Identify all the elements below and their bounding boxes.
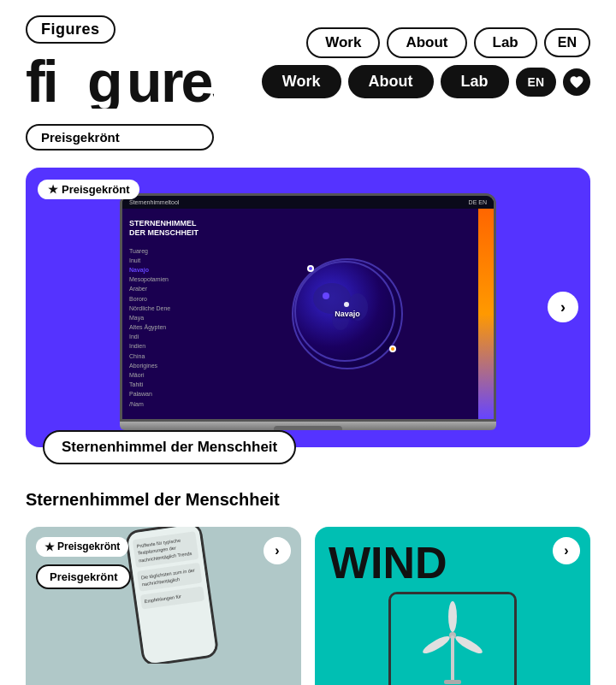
svg-text:res: res: [161, 49, 214, 109]
svg-point-12: [421, 633, 452, 656]
phone-screen: Prüftexte für typische Testplanungen der…: [127, 527, 217, 664]
screen-header-right: DE EN: [469, 199, 487, 205]
laptop-mockup: Sternenhimmeltool DE EN STERNENHIMMEL de…: [120, 193, 496, 430]
list-item[interactable]: Māori: [129, 370, 210, 380]
nav-top: Work About Lab EN: [306, 27, 590, 58]
list-item[interactable]: Maya: [129, 313, 210, 322]
list-item[interactable]: Aborigines: [129, 361, 210, 370]
svg-point-8: [323, 292, 329, 299]
svg-text:u: u: [127, 49, 160, 109]
list-item[interactable]: Mesopotamien: [129, 275, 210, 284]
small-card-right-next[interactable]: ›: [553, 537, 580, 564]
wind-image-area: Illustrated turbines work turbines most …: [329, 585, 577, 685]
nav-work-filled[interactable]: Work: [262, 65, 341, 98]
svg-rect-15: [444, 680, 461, 684]
laptop-screen-inner: STERNENHIMMEL der Menschheit Tuareg Inui…: [122, 209, 494, 419]
svg-point-10: [448, 601, 457, 632]
screen-globe-area: Navajo: [216, 209, 478, 419]
featured-next-btn[interactable]: ›: [548, 292, 578, 322]
featured-card: ★ Preisgekrönt › Sternenhimmeltool DE EN: [26, 168, 590, 447]
svg-text:g: g: [87, 49, 121, 109]
screen-header-left: Sternenhimmeltool: [129, 199, 179, 205]
screen-header-bar: Sternenhimmeltool DE EN: [122, 196, 494, 209]
list-item[interactable]: Nördliche Dene: [129, 304, 210, 313]
globe-label: Navajo: [335, 310, 360, 318]
small-card-left: ★ Preisgekrönt › Preisgekrönt Prüftexte …: [26, 527, 301, 685]
featured-tooltip: Sternenhimmel der Menschheit: [43, 430, 296, 464]
nav-work-ghost[interactable]: Work: [306, 27, 380, 58]
screen-sidebar-right: [478, 209, 494, 419]
globe-wrapper: Navajo: [292, 258, 403, 369]
preis-badge-header: Preisgekrönt: [26, 124, 214, 151]
laptop-screen: Sternenhimmeltool DE EN STERNENHIMMEL de…: [120, 193, 496, 422]
tablet-mockup: Illustrated turbines work turbines most …: [388, 592, 517, 685]
list-item[interactable]: Palawan: [129, 389, 210, 399]
wind-card-content: WIND: [315, 527, 590, 685]
nav-lang-filled[interactable]: EN: [516, 68, 556, 97]
list-item[interactable]: Tahiti: [129, 380, 210, 389]
heart-button[interactable]: [563, 68, 590, 96]
nav-lang-ghost[interactable]: EN: [544, 28, 590, 57]
list-item-active[interactable]: Navajo: [129, 265, 210, 275]
phone-text-1: Prüftexte für typische Testplanungen der…: [133, 531, 199, 568]
small-card-left-badge-label: Preisgekrönt: [57, 540, 120, 552]
heart-icon: [569, 74, 584, 90]
phone-mockup: Prüftexte für typische Testplanungen der…: [124, 527, 219, 664]
project-title: Sternenhimmel der Menschheit: [26, 490, 590, 510]
screen-list: Tuareg Inuit Navajo Mesopotamien Araber …: [129, 246, 210, 409]
nav-about-filled[interactable]: About: [348, 65, 434, 98]
nav-bottom: Work About Lab EN: [262, 65, 590, 98]
list-item[interactable]: Indien: [129, 341, 210, 351]
small-card-left-badge: ★ Preisgekrönt: [36, 537, 128, 557]
tablet-screen: Illustrated turbines work turbines most …: [391, 594, 514, 685]
star-icon: ★: [44, 540, 55, 553]
featured-card-wrapper: ★ Preisgekrönt › Sternenhimmeltool DE EN: [26, 168, 590, 447]
small-card-left-next[interactable]: ›: [264, 537, 291, 564]
nav-lab-filled[interactable]: Lab: [441, 65, 509, 98]
logo-main: fi g u res: [26, 49, 214, 115]
globe-dot-2: [389, 345, 396, 352]
screen-sidebar-left: STERNENHIMMEL der Menschheit Tuareg Inui…: [122, 209, 216, 419]
nav-about-ghost[interactable]: About: [387, 27, 466, 58]
featured-badge-label: Preisgekrönt: [62, 183, 129, 196]
list-item[interactable]: Bororo: [129, 294, 210, 304]
svg-text:fi: fi: [26, 49, 56, 109]
turbine-svg: [418, 601, 487, 685]
laptop-notch: [274, 426, 342, 430]
screen-title: STERNENHIMMEL der Menschheit: [129, 219, 210, 238]
main-content: ★ Preisgekrönt › Sternenhimmeltool DE EN: [0, 151, 616, 685]
list-item[interactable]: /Nam: [129, 399, 210, 409]
globe: Navajo: [292, 258, 403, 369]
laptop-container: Sternenhimmeltool DE EN STERNENHIMMEL de…: [26, 168, 590, 447]
logo-area: Figures fi g u res Preisgekrönt: [26, 15, 214, 151]
star-icon: ★: [48, 183, 58, 196]
list-item[interactable]: Tuareg: [129, 246, 210, 256]
small-card-right: › WIND: [315, 527, 590, 685]
list-item[interactable]: Indi: [129, 332, 210, 341]
featured-badge: ★ Preisgekrönt: [38, 180, 139, 199]
bottom-cards: ★ Preisgekrönt › Preisgekrönt Prüftexte …: [26, 527, 590, 685]
svg-point-11: [453, 633, 484, 656]
nav-lab-ghost[interactable]: Lab: [474, 27, 537, 58]
wind-title: WIND: [329, 540, 577, 585]
svg-rect-14: [451, 635, 454, 682]
preis-small-badge: Preisgekrönt: [36, 564, 131, 589]
header: Figures fi g u res Preisgekrönt Work Abo…: [0, 0, 616, 151]
logo-pill: Figures: [26, 15, 116, 44]
list-item[interactable]: Inuit: [129, 256, 210, 265]
list-item[interactable]: Altes Ägypten: [129, 322, 210, 332]
laptop-base: [120, 422, 496, 430]
globe-dot-1: [307, 265, 314, 272]
list-item[interactable]: Araber: [129, 284, 210, 293]
list-item[interactable]: China: [129, 351, 210, 361]
svg-point-9: [344, 302, 349, 307]
